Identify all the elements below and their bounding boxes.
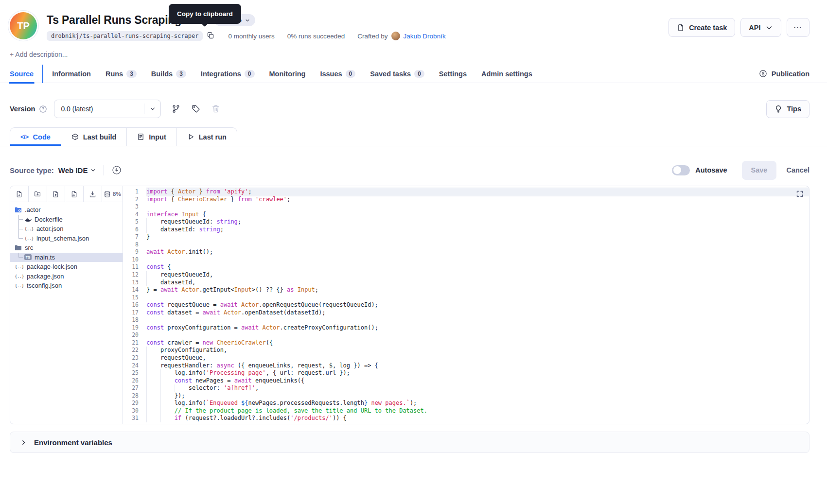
tab-admin-settings[interactable]: Admin settings: [481, 65, 532, 83]
import-file-icon[interactable]: [65, 186, 84, 202]
copy-icon[interactable]: [207, 32, 215, 40]
file-tree-item-main-ts[interactable]: TSmain.ts: [10, 253, 123, 262]
code-token: {: [167, 196, 178, 203]
publication-label: Publication: [772, 70, 809, 78]
line-number: 21: [123, 339, 146, 347]
source-type-select[interactable]: Web IDE: [58, 166, 96, 174]
code-line-content: const crawler = new CheerioCrawler({: [146, 339, 809, 347]
help-icon[interactable]: [39, 105, 47, 113]
subtab-input[interactable]: Input: [127, 128, 176, 146]
code-token: }: [227, 196, 238, 203]
line-number: 12: [123, 271, 146, 279]
file-tree-item-tsconfig-json[interactable]: {..}tsconfig.json: [10, 281, 123, 291]
code-token: .init();: [185, 248, 213, 255]
code-line-content: [146, 241, 809, 249]
code-token: [220, 188, 224, 195]
file-tree-item-package-json[interactable]: {..}package.json: [10, 272, 123, 281]
tab-monitoring[interactable]: Monitoring: [269, 65, 306, 83]
code-token: });: [146, 392, 185, 399]
code-line-content: proxyConfiguration,: [146, 347, 809, 354]
tab-label: Information: [52, 70, 91, 78]
tab-label: Runs: [106, 70, 123, 78]
file-tree-item-input-schema-json[interactable]: {..}input_schema.json: [10, 234, 123, 243]
upload-file-icon[interactable]: [47, 186, 66, 202]
line-number: 28: [123, 392, 146, 400]
fullscreen-icon[interactable]: [796, 190, 804, 198]
actor-folder-icon: [15, 207, 22, 213]
tab-information[interactable]: Information: [52, 65, 91, 83]
subtab-code[interactable]: </>Code: [10, 128, 61, 146]
tab-runs[interactable]: Runs3: [106, 65, 137, 83]
indent-guide: [146, 384, 147, 392]
file-name: package.json: [27, 273, 64, 280]
tab-issues[interactable]: Issues0: [320, 65, 355, 83]
download-icon[interactable]: [84, 186, 102, 202]
tab-publication[interactable]: Publication: [759, 70, 809, 78]
code-line-content: [146, 203, 809, 211]
code-token: import: [146, 196, 167, 203]
tab-settings[interactable]: Settings: [439, 65, 467, 83]
tips-button[interactable]: Tips: [766, 100, 809, 118]
create-task-button[interactable]: Create task: [669, 18, 735, 37]
code-token: Actor: [167, 248, 185, 255]
code-token: const: [146, 309, 164, 316]
code-line: 17const dataset = await Actor.openDatase…: [123, 309, 809, 317]
code-editor[interactable]: 1import { Actor } from 'apify';2import {…: [123, 186, 809, 424]
line-number: 5: [123, 218, 146, 226]
storage-usage[interactable]: 8%: [102, 186, 123, 202]
code-line: 3: [123, 203, 809, 211]
git-branch-icon[interactable]: [172, 104, 180, 113]
tag-icon[interactable]: [192, 104, 200, 113]
header-main: Ts Parallel Runs Scraping Private drobni…: [47, 12, 446, 41]
code-token: } =: [146, 286, 160, 293]
code-token: Actor: [262, 324, 280, 331]
file-tree-item-package-lock-json[interactable]: {..}package-lock.json: [10, 262, 123, 272]
file-tree-item-dockerfile[interactable]: Dockerfile: [10, 215, 123, 225]
docker-whale-icon: [24, 216, 32, 223]
code-token: new pages.`: [368, 400, 410, 406]
lightbulb-icon: [774, 105, 782, 113]
tab-source[interactable]: Source: [10, 65, 34, 83]
indent-guide: [160, 407, 161, 415]
tab-label: Settings: [439, 70, 467, 78]
file-tree: .actorDockerfile{..}actor.json{..}input_…: [10, 202, 123, 291]
code-line: 22 proxyConfiguration,: [123, 347, 809, 354]
subtab-last-run[interactable]: Last run: [177, 128, 237, 146]
database-icon: [104, 191, 111, 198]
code-line: 19const proxyConfiguration = await Actor…: [123, 324, 809, 332]
file-tree-item-actor-json[interactable]: {..}actor.json: [10, 224, 123, 234]
trash-icon: [211, 104, 220, 113]
indent-guide: [146, 226, 147, 234]
add-description-button[interactable]: + Add description...: [10, 51, 68, 58]
new-file-icon[interactable]: [10, 186, 29, 202]
version-select[interactable]: 0.0 (latest): [54, 100, 161, 118]
tab-integrations[interactable]: Integrations0: [201, 65, 255, 83]
save-button[interactable]: Save: [742, 161, 777, 180]
subtab-last-build[interactable]: Last build: [61, 128, 127, 146]
environment-variables-title: Environment variables: [34, 438, 112, 447]
more-actions-button[interactable]: ···: [787, 18, 810, 37]
code-line: 31 if (request?.loadedUrl?.includes('/pr…: [123, 415, 809, 422]
source-type-value: Web IDE: [58, 166, 88, 174]
tab-label: Admin settings: [481, 70, 532, 78]
autosave-toggle[interactable]: [672, 165, 690, 175]
code-token: ({ enqueueLinks, request, $, log }) => {: [234, 362, 378, 369]
environment-variables-section[interactable]: Environment variables: [10, 432, 809, 453]
code-token: (request?.loadedUrl?.includes(: [181, 415, 290, 421]
author-link[interactable]: Jakub Drobník: [404, 33, 446, 40]
download-circle-icon[interactable]: [112, 165, 122, 175]
line-number: 23: [123, 354, 146, 362]
cancel-button[interactable]: Cancel: [786, 166, 809, 174]
code-token: CheerioCrawler: [217, 339, 266, 346]
file-tree-item--actor[interactable]: .actor: [10, 205, 123, 215]
version-actions: [172, 104, 220, 113]
code-token: );: [410, 400, 417, 406]
new-folder-icon[interactable]: [29, 186, 47, 202]
runs-succeeded: 0% runs succeeded: [287, 33, 345, 40]
subtab-label: Input: [149, 133, 166, 141]
tab-saved-tasks[interactable]: Saved tasks0: [370, 65, 424, 83]
tab-builds[interactable]: Builds3: [151, 65, 186, 83]
code-line-content: requestQueueId: string;: [146, 218, 809, 226]
file-tree-item-src[interactable]: src: [10, 243, 123, 253]
api-button[interactable]: API: [740, 18, 781, 37]
